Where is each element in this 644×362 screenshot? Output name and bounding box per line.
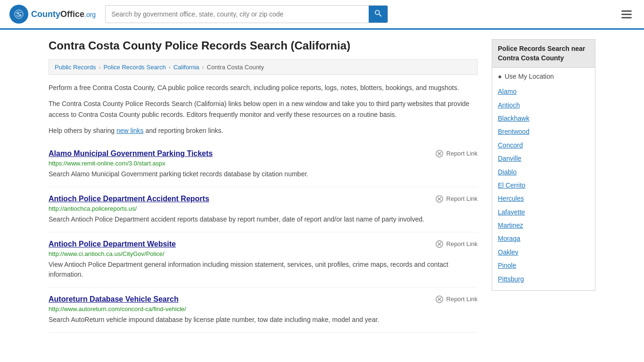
sidebar-link-hercules[interactable]: Hercules xyxy=(498,192,589,205)
report-icon xyxy=(435,240,444,248)
result-item: Antioch Police Department Accident Repor… xyxy=(49,187,478,232)
report-icon xyxy=(435,195,444,203)
sidebar-link-oakley[interactable]: Oakley xyxy=(498,246,589,259)
result-url[interactable]: https://www.remit-online.com/3.0/start.a… xyxy=(49,160,478,167)
sidebar-link-brentwood[interactable]: Brentwood xyxy=(498,125,589,138)
breadcrumb-sep-2: › xyxy=(169,64,171,71)
header: CountyOffice.org xyxy=(0,0,644,30)
sidebar-link-antioch[interactable]: Antioch xyxy=(498,99,589,112)
result-title[interactable]: Antioch Police Department Website xyxy=(49,240,176,248)
result-title[interactable]: Autoreturn Database Vehicle Search xyxy=(49,295,179,304)
result-header: Antioch Police Department Accident Repor… xyxy=(49,195,478,203)
location-pin-icon: ● xyxy=(498,73,502,80)
result-header: Alamo Municipal Government Parking Ticke… xyxy=(49,149,478,158)
breadcrumb-public-records[interactable]: Public Records xyxy=(55,64,96,71)
logo-text: CountyOffice.org xyxy=(31,9,96,19)
description-2: The Contra Costa County Police Records S… xyxy=(49,99,478,120)
breadcrumb-sep-3: › xyxy=(202,64,204,71)
sidebar-link-pittsburg[interactable]: Pittsburg xyxy=(498,272,589,286)
sidebar-link-concord[interactable]: Concord xyxy=(498,139,589,152)
hamburger-icon xyxy=(621,10,632,18)
sidebar-link-moraga[interactable]: Moraga xyxy=(498,232,589,245)
main-container: Contra Costa County Police Records Searc… xyxy=(39,30,605,333)
breadcrumb-sep-1: › xyxy=(99,64,100,71)
svg-line-3 xyxy=(379,14,381,16)
breadcrumb: Public Records › Police Records Search ›… xyxy=(49,59,478,75)
menu-button[interactable] xyxy=(619,8,635,21)
sidebar-link-el-cerrito[interactable]: El Cerrito xyxy=(498,179,589,192)
result-description: Search AutoReturn vehicle impound databa… xyxy=(49,315,478,325)
description-3: Help others by sharing new links and rep… xyxy=(49,125,478,136)
logo-link[interactable]: CountyOffice.org xyxy=(9,5,96,24)
sidebar-link-blackhawk[interactable]: Blackhawk xyxy=(498,112,589,125)
description-1: Perform a free Contra Costa County, CA p… xyxy=(49,82,478,93)
logo-icon xyxy=(9,5,28,24)
result-url[interactable]: http://antiochca.policereports.us/ xyxy=(49,205,478,212)
report-link-button[interactable]: Report Link xyxy=(435,240,478,248)
breadcrumb-contra-costa: Contra Costa County xyxy=(207,64,264,71)
search-input[interactable] xyxy=(106,7,369,22)
result-title[interactable]: Antioch Police Department Accident Repor… xyxy=(49,195,209,203)
result-url[interactable]: http://www.autoreturn.com/concord-ca/fin… xyxy=(49,305,478,313)
sidebar-link-alamo[interactable]: Alamo xyxy=(498,85,589,98)
sidebar-header: Police Records Search near Contra Costa … xyxy=(492,39,595,67)
report-icon xyxy=(435,149,444,158)
search-button[interactable] xyxy=(369,6,388,23)
search-icon xyxy=(374,9,382,17)
breadcrumb-california[interactable]: California xyxy=(173,64,199,71)
results-list: Alamo Municipal Government Parking Ticke… xyxy=(49,142,478,333)
sidebar: Police Records Search near Contra Costa … xyxy=(492,39,595,333)
result-description: View Antioch Police Department general i… xyxy=(49,260,478,280)
use-location-label: Use My Location xyxy=(504,73,553,80)
result-description: Search Antioch Police Department acciden… xyxy=(49,214,478,224)
result-title[interactable]: Alamo Municipal Government Parking Ticke… xyxy=(49,149,213,158)
result-description: Search Alamo Municipal Government parkin… xyxy=(49,169,478,179)
sidebar-link-pinole[interactable]: Pinole xyxy=(498,259,589,272)
report-link-button[interactable]: Report Link xyxy=(435,149,478,158)
sidebar-content: ● Use My Location Alamo Antioch Blackhaw… xyxy=(492,67,595,291)
result-header: Antioch Police Department Website Report… xyxy=(49,240,478,248)
use-location-button[interactable]: ● Use My Location xyxy=(498,73,589,80)
content-area: Contra Costa County Police Records Searc… xyxy=(49,39,478,333)
breadcrumb-police-records-search[interactable]: Police Records Search xyxy=(103,64,165,71)
report-link-button[interactable]: Report Link xyxy=(435,195,478,203)
sidebar-link-danville[interactable]: Danville xyxy=(498,152,589,165)
result-item: Antioch Police Department Website Report… xyxy=(49,232,478,288)
search-bar xyxy=(105,5,388,23)
new-links-link[interactable]: new links xyxy=(116,127,144,134)
result-url[interactable]: http://www.ci.antioch.ca.us/CityGov/Poli… xyxy=(49,250,478,257)
page-title: Contra Costa County Police Records Searc… xyxy=(49,39,478,52)
sidebar-link-diablo[interactable]: Diablo xyxy=(498,165,589,179)
sidebar-link-lafayette[interactable]: Lafayette xyxy=(498,206,589,219)
report-link-button[interactable]: Report Link xyxy=(435,295,478,304)
sidebar-link-martinez[interactable]: Martinez xyxy=(498,219,589,232)
result-item: Autoreturn Database Vehicle Search Repor… xyxy=(49,288,478,333)
result-header: Autoreturn Database Vehicle Search Repor… xyxy=(49,295,478,304)
report-icon xyxy=(435,295,444,304)
result-item: Alamo Municipal Government Parking Ticke… xyxy=(49,142,478,187)
